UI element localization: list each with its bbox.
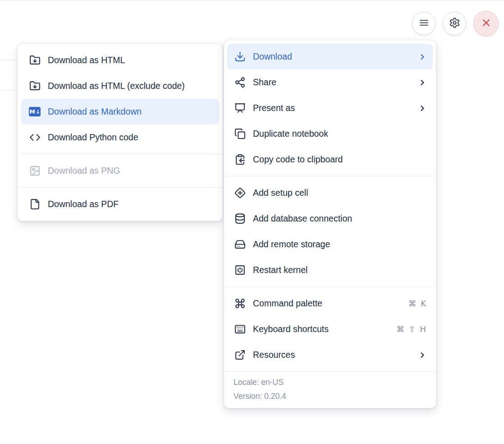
menu-item-label: Add setup cell: [253, 188, 427, 198]
menu-item-command-palette[interactable]: Command palette⌘ K: [224, 291, 436, 316]
share-icon: [234, 77, 246, 88]
menu-item-label: Download: [253, 51, 411, 62]
diamond-plus-icon: [234, 187, 246, 199]
menu-item-add-database-connection[interactable]: Add database connection: [224, 206, 436, 231]
menu-section: Command palette⌘ KKeyboard shortcuts⌘ ⇧ …: [224, 287, 436, 371]
menu-item-download-as-html-exclude-code[interactable]: Download as HTML (exclude code): [18, 73, 223, 99]
square-power-icon: [234, 264, 246, 276]
chevron-right-icon: [418, 351, 427, 360]
download-submenu-sections: Download as HTMLDownload as HTML (exclud…: [18, 44, 223, 221]
menu-item-label: Download as Markdown: [48, 106, 213, 117]
menu-item-label: Download as PNG: [48, 166, 214, 176]
database-icon: [234, 213, 246, 225]
menu-item-add-setup-cell[interactable]: Add setup cell: [224, 180, 436, 206]
menu-item-label: Download as HTML (exclude code): [48, 81, 214, 91]
notebook-menu-sections: DownloadSharePresent asDuplicate noteboo…: [224, 40, 436, 371]
menu-item-download-as-png: Download as PNG: [18, 158, 223, 184]
settings-button[interactable]: [443, 12, 466, 35]
notebook-menu-button[interactable]: [412, 12, 435, 35]
menu-section: Download as PNG: [18, 154, 223, 187]
menu-item-download[interactable]: Download: [227, 44, 433, 69]
menu-item-label: Present as: [253, 103, 411, 113]
menu-item-label: Restart kernel: [253, 265, 427, 275]
menu-item-copy-code-to-clipboard[interactable]: Copy code to clipboard: [224, 147, 436, 172]
menu-item-duplicate-notebook[interactable]: Duplicate notebook: [224, 121, 436, 147]
menu-item-label: Download as PDF: [48, 199, 214, 209]
close-button[interactable]: [473, 11, 499, 36]
menu-item-label: Download as HTML: [48, 55, 214, 65]
menu-item-label: Duplicate notebook: [253, 129, 427, 139]
chevron-right-icon: [418, 104, 427, 113]
copy-icon: [234, 128, 246, 140]
menu-section: Download as PDF: [18, 188, 223, 221]
menu-section: DownloadSharePresent asDuplicate noteboo…: [224, 40, 436, 176]
locale-text: Locale: en-US: [234, 378, 426, 387]
clipboard-copy-icon: [234, 154, 246, 166]
menu-item-download-as-pdf[interactable]: Download as PDF: [18, 191, 223, 217]
version-text: Version: 0.20.4: [234, 392, 426, 401]
menu-item-restart-kernel[interactable]: Restart kernel: [224, 257, 436, 283]
hamburger-icon: [418, 17, 430, 30]
menu-item-shortcut: ⌘ ⇧ H: [396, 324, 427, 334]
menu-item-label: Keyboard shortcuts: [253, 324, 389, 334]
menu-item-share[interactable]: Share: [224, 69, 436, 95]
chevron-right-icon: [418, 78, 427, 87]
menu-footer: Locale: en-US Version: 0.20.4: [224, 371, 436, 408]
keyboard-icon: [234, 324, 246, 335]
menu-item-label: Download Python code: [48, 132, 214, 143]
download-icon: [234, 51, 246, 63]
menu-item-label: Copy code to clipboard: [253, 154, 427, 165]
menu-item-label: Add remote storage: [253, 239, 427, 250]
menu-item-present-as[interactable]: Present as: [224, 95, 436, 121]
menu-item-add-remote-storage[interactable]: Add remote storage: [224, 231, 436, 257]
close-icon: [481, 17, 492, 30]
external-link-icon: [234, 349, 246, 361]
download-submenu-panel: Download as HTMLDownload as HTML (exclud…: [17, 43, 223, 221]
folder-down-icon: [29, 80, 41, 92]
notebook-menu-panel: DownloadSharePresent asDuplicate noteboo…: [224, 40, 436, 408]
background-line: [0, 60, 18, 60]
menu-item-shortcut: ⌘ K: [408, 299, 427, 308]
floating-toolbar: [412, 11, 499, 36]
menu-item-download-as-markdown[interactable]: M↓Download as Markdown: [21, 99, 219, 125]
command-icon: [234, 298, 246, 310]
folder-down-icon: [29, 55, 41, 66]
background-line: [0, 90, 18, 90]
code-icon: [29, 132, 41, 143]
menu-item-label: Command palette: [253, 298, 401, 309]
menu-section: Add setup cellAdd database connectionAdd…: [224, 176, 436, 287]
page-top-border: [0, 0, 504, 0]
image-icon: [29, 165, 41, 177]
file-icon: [29, 199, 41, 210]
menu-item-label: Share: [253, 77, 411, 88]
menu-item-label: Resources: [253, 350, 411, 360]
markdown-badge: M↓: [29, 107, 41, 116]
menu-item-resources[interactable]: Resources: [224, 342, 436, 368]
menu-section: Download as HTMLDownload as HTML (exclud…: [18, 44, 223, 154]
chevron-right-icon: [418, 52, 427, 61]
menu-item-keyboard-shortcuts[interactable]: Keyboard shortcuts⌘ ⇧ H: [224, 316, 436, 342]
markdown-icon: M↓: [29, 106, 41, 118]
gear-icon: [449, 17, 460, 30]
menu-item-download-as-html[interactable]: Download as HTML: [18, 47, 223, 73]
menu-item-download-python-code[interactable]: Download Python code: [18, 125, 223, 150]
presentation-icon: [234, 102, 246, 114]
hard-drive-icon: [234, 239, 246, 250]
menu-item-label: Add database connection: [253, 213, 427, 224]
